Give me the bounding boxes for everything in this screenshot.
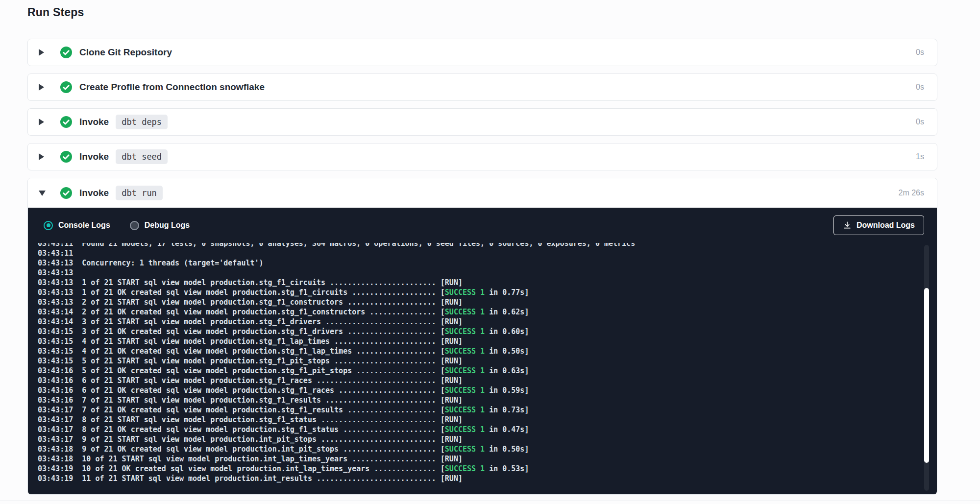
log-line: 03:43:13 — [38, 268, 917, 278]
log-message: 4 of 21 OK created sql view model produc… — [82, 347, 436, 356]
log-success-tag: SUCCESS 1 — [445, 445, 485, 454]
log-success-tag: SUCCESS 1 — [445, 288, 485, 297]
step-row-dbt-run[interactable]: Invoke dbt run 2m 26s — [28, 178, 937, 208]
console-scrollbar-thumb[interactable] — [924, 288, 929, 463]
radio-selected-icon — [44, 221, 53, 230]
log-message: 1 of 21 START sql view model production.… — [82, 278, 436, 287]
log-message: 11 of 21 START sql view model production… — [82, 474, 436, 483]
console-logs-radio[interactable]: Console Logs — [44, 221, 110, 230]
step-duration: 0s — [916, 48, 924, 57]
log-message: 6 of 21 OK created sql view model produc… — [82, 386, 436, 395]
log-line: 03:43:17 9 of 21 START sql view model pr… — [38, 434, 917, 444]
log-success-tag: SUCCESS 1 — [445, 308, 485, 316]
success-check-icon — [60, 47, 72, 58]
log-line: 03:43:11 Found 21 models, 17 tests, 0 sn… — [38, 243, 917, 248]
step-row-dbt-seed[interactable]: Invoke dbt seed 1s — [27, 143, 937, 170]
log-timestamp: 03:43:13 — [38, 259, 82, 267]
log-timestamp: 03:43:17 — [38, 406, 82, 414]
chevron-right-icon[interactable] — [39, 84, 54, 91]
log-message: Found 21 models, 17 tests, 0 snapshots, … — [82, 243, 635, 248]
step-duration: 2m 26s — [899, 189, 924, 197]
log-message: 10 of 21 START sql view model production… — [82, 455, 436, 463]
step-duration: 0s — [916, 118, 924, 126]
step-expanded-dbt-run: Invoke dbt run 2m 26s Console Logs Debug… — [27, 178, 937, 495]
log-message: 5 of 21 START sql view model production.… — [82, 357, 436, 365]
step-row-dbt-deps[interactable]: Invoke dbt deps 0s — [27, 108, 937, 136]
chevron-right-icon[interactable] — [39, 119, 54, 125]
log-success-tag: SUCCESS 1 — [445, 406, 485, 414]
step-duration: 0s — [916, 83, 924, 92]
step-title: Invoke — [79, 117, 109, 127]
page-title: Run Steps — [27, 6, 84, 19]
success-check-icon — [60, 151, 72, 163]
log-message: 2 of 21 START sql view model production.… — [82, 298, 436, 307]
step-title: Clone Git Repository — [79, 47, 172, 58]
log-line: 03:43:16 5 of 21 OK created sql view mod… — [38, 366, 917, 376]
log-message: 4 of 21 START sql view model production.… — [82, 337, 436, 346]
step-title: Invoke — [79, 188, 109, 198]
log-line: 03:43:16 7 of 21 START sql view model pr… — [38, 395, 917, 405]
download-icon — [843, 221, 852, 230]
log-message: 7 of 21 START sql view model production.… — [82, 396, 436, 405]
log-line: 03:43:17 8 of 21 OK created sql view mod… — [38, 425, 917, 434]
log-message: 3 of 21 START sql view model production.… — [82, 317, 436, 326]
log-timestamp: 03:43:17 — [38, 415, 82, 424]
step-row-create-profile[interactable]: Create Profile from Connection snowflake… — [27, 73, 937, 101]
log-message: Concurrency: 1 threads (target='default'… — [82, 259, 263, 267]
success-check-icon — [60, 81, 72, 93]
console-panel: Console Logs Debug Logs Download Logs — [28, 208, 937, 494]
log-message: 8 of 21 OK created sql view model produc… — [82, 425, 436, 434]
log-timestamp: 03:43:16 — [38, 386, 82, 395]
log-timestamp: 03:43:16 — [38, 366, 82, 375]
log-timestamp: 03:43:18 — [38, 445, 82, 454]
step-title: Create Profile from Connection snowflake — [79, 82, 265, 93]
log-timestamp: 03:43:14 — [38, 317, 82, 326]
debug-logs-label: Debug Logs — [145, 221, 190, 230]
log-message: 6 of 21 START sql view model production.… — [82, 376, 436, 385]
log-timestamp: 03:43:17 — [38, 435, 82, 444]
chevron-down-icon[interactable] — [39, 191, 54, 196]
log-line: 03:43:16 6 of 21 START sql view model pr… — [38, 376, 917, 385]
console-log-area[interactable]: 03:43:11 Found 21 models, 17 tests, 0 sn… — [28, 243, 937, 494]
log-line: 03:43:18 10 of 21 START sql view model p… — [38, 454, 917, 464]
success-check-icon — [60, 116, 72, 128]
radio-unselected-icon — [130, 221, 139, 230]
log-message: 10 of 21 OK created sql view model produ… — [82, 464, 436, 473]
log-message: 2 of 21 OK created sql view model produc… — [82, 308, 436, 316]
log-line: 03:43:19 11 of 21 START sql view model p… — [38, 474, 917, 483]
chevron-right-icon[interactable] — [39, 153, 54, 160]
log-line: 03:43:15 4 of 21 START sql view model pr… — [38, 336, 917, 346]
log-success-tag: SUCCESS 1 — [445, 327, 485, 336]
log-timestamp: 03:43:13 — [38, 298, 82, 307]
log-line: 03:43:14 3 of 21 START sql view model pr… — [38, 317, 917, 327]
log-line: 03:43:13 1 of 21 START sql view model pr… — [38, 278, 917, 288]
log-success-tag: SUCCESS 1 — [445, 366, 485, 375]
log-timestamp: 03:43:11 — [38, 249, 73, 258]
console-logs-label: Console Logs — [58, 221, 110, 230]
log-message: 3 of 21 OK created sql view model produc… — [82, 327, 436, 336]
download-logs-button[interactable]: Download Logs — [833, 216, 924, 235]
log-message: 8 of 21 START sql view model production.… — [82, 415, 436, 424]
success-check-icon — [60, 187, 72, 199]
chevron-right-icon[interactable] — [39, 49, 54, 56]
log-message: 9 of 21 OK created sql view model produc… — [82, 445, 436, 454]
step-row-clone-git[interactable]: Clone Git Repository 0s — [27, 39, 937, 66]
debug-logs-radio[interactable]: Debug Logs — [130, 221, 190, 230]
log-timestamp: 03:43:13 — [38, 278, 82, 287]
step-title: Invoke — [79, 151, 109, 162]
log-message: 9 of 21 START sql view model production.… — [82, 435, 436, 444]
log-timestamp: 03:43:14 — [38, 308, 82, 316]
log-line: 03:43:14 2 of 21 OK created sql view mod… — [38, 307, 917, 317]
log-timestamp: 03:43:11 — [38, 243, 82, 248]
log-line: 03:43:17 8 of 21 START sql view model pr… — [38, 415, 917, 425]
log-line: 03:43:18 9 of 21 OK created sql view mod… — [38, 444, 917, 454]
log-timestamp: 03:43:15 — [38, 327, 82, 336]
log-line: 03:43:13 2 of 21 START sql view model pr… — [38, 297, 917, 307]
run-steps-page: Run Steps Clone Git Repository 0s Create… — [0, 0, 980, 504]
download-logs-label: Download Logs — [857, 221, 915, 230]
log-line: 03:43:19 10 of 21 OK created sql view mo… — [38, 464, 917, 474]
log-success-tag: SUCCESS 1 — [445, 347, 485, 356]
log-timestamp: 03:43:18 — [38, 455, 82, 463]
log-timestamp: 03:43:17 — [38, 425, 82, 434]
console-header: Console Logs Debug Logs Download Logs — [28, 208, 937, 243]
